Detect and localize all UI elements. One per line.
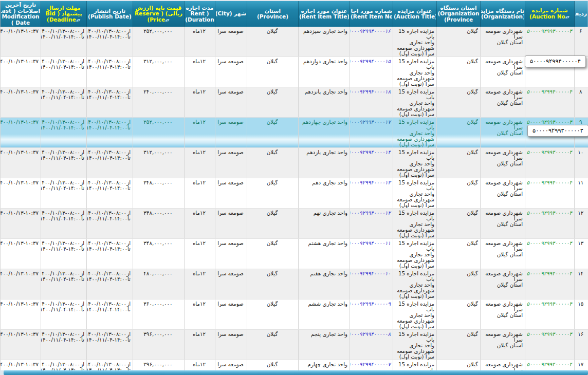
cell-province: گیلان: [247, 299, 299, 330]
cell-price: ۳۴۸,۰۰۰,۰۰۰: [133, 209, 185, 239]
cell-radif: ۱۶: [575, 330, 588, 360]
cell-radif: ۶: [575, 27, 588, 57]
table-row[interactable]: ۱۶۵۰۰۰۰۹۲۹۹۴۰۰۰۰۰۴شهرداری صومعه سرااستان…: [1, 330, 588, 360]
auction-no-link[interactable]: ۵۰۰۰۰۹۲۹۹۴۰۰۰۰۰۴: [527, 331, 573, 337]
cell-last-modification: ۱۴۰۰/۱۰/۱۳-۱۰:۳۷: [1, 87, 41, 118]
cell-province: گیلان: [247, 57, 299, 87]
cell-auction-no: ۵۰۰۰۰۹۲۹۹۴۰۰۰۰۰۴: [525, 330, 575, 360]
cell-province: گیلان: [247, 87, 299, 118]
auction-no-link[interactable]: ۵۰۰۰۰۹۲۹۹۴۰۰۰۰۰۴: [527, 361, 573, 367]
cell-province: گیلان: [247, 330, 299, 360]
rent-item-no-link[interactable]: ۵۱۰۰۰۹۲۹۹۴۰۰۰۰۱۱: [350, 240, 391, 246]
cell-auction-title: مزایده اجاره 15 بابواحد تجاریشهرداری صوم…: [393, 330, 437, 360]
rent-item-no-link[interactable]: ۵۱۰۰۰۹۲۹۹۴۰۰۰۰۱۴: [350, 149, 391, 155]
cell-city: صومعه سرا: [215, 87, 247, 118]
horizontal-scrollbar[interactable]: [0, 370, 588, 375]
cell-bid-deadline: از۱۴۰۰/۱۰/۱۳-۰۸:۰۰تا۱۴۰۰/۱۱/۰۴-۱۴:۰۰: [41, 57, 87, 87]
rent-item-no-link[interactable]: ۵۱۰۰۰۹۲۹۹۴۰۰۰۰۰۷: [350, 361, 391, 367]
cell-radif: ۱۲: [575, 209, 588, 239]
auction-no-link[interactable]: ۵۰۰۰۰۹۲۹۹۴۰۰۰۰۰۴: [527, 119, 573, 125]
column-header-org: نام دستگاه مزایده گزار(Organization): [481, 1, 525, 27]
cell-rent-item-title: واحد تجاری هفتم: [299, 269, 350, 299]
table-header: ردیفشماره مزایده(Auction No▲▼نام دستگاه …: [1, 1, 588, 27]
cell-province: گیلان: [247, 269, 299, 299]
table-row[interactable]: ۱۳۵۰۰۰۰۹۲۹۹۴۰۰۰۰۰۴شهرداری صومعه سرااستان…: [1, 239, 588, 269]
cell-organization: شهرداری صومعه سرااستان گیلان: [481, 209, 525, 239]
scrollbar-thumb[interactable]: [4, 370, 588, 375]
last-modification-value: ۱۴۰۰/۱۰/۱۳-۱۰:۳۷: [1, 210, 39, 216]
rent-item-no-link[interactable]: ۵۱۰۰۰۹۲۹۹۴۰۰۰۰۰۹: [350, 301, 391, 307]
table-row[interactable]: ۱۱۵۰۰۰۰۹۲۹۹۴۰۰۰۰۰۴شهرداری صومعه سرااستان…: [1, 178, 588, 209]
cell-bid-deadline: از۱۴۰۰/۱۰/۱۳-۰۸:۰۰تا۱۴۰۰/۱۱/۰۴-۱۴:۰۰: [41, 148, 87, 178]
auction-no-link[interactable]: ۵۰۰۰۰۹۲۹۹۴۰۰۰۰۰۴: [527, 301, 573, 307]
table-row[interactable]: ۱۴۵۰۰۰۰۹۲۹۹۴۰۰۰۰۰۴شهرداری صومعه سرااستان…: [1, 269, 588, 299]
table-row[interactable]: ۸۵۰۰۰۰۹۲۹۹۴۰۰۰۰۰۴شهرداری صومعه سرااستان …: [1, 87, 588, 118]
cell-auction-title: مزایده اجاره 15 بابواحد تجاریشهرداری صوم…: [393, 27, 437, 57]
cell-radif: ۱۰: [575, 148, 588, 178]
auction-no-link[interactable]: ۵۰۰۰۰۹۲۹۹۴۰۰۰۰۰۴: [527, 149, 573, 155]
table-row[interactable]: ۹۵۰۰۰۰۹۲۹۹۴۰۰۰۰۰۴شهرداری صومعه سرااستان …: [1, 118, 588, 148]
column-header-duration: مدت اجارهRent )(Duration: [185, 1, 215, 27]
auction-no-link[interactable]: ۵۰۰۰۰۹۲۹۹۴۰۰۰۰۰۴: [527, 240, 573, 246]
cell-rent-item-no: ۵۱۰۰۰۹۲۹۹۴۰۰۰۰۱۰: [350, 269, 393, 299]
rent-item-no-link[interactable]: ۵۱۰۰۰۹۲۹۹۴۰۰۰۰۱۵: [350, 58, 391, 64]
auction-no-link[interactable]: ۵۰۰۰۰۹۲۹۹۴۰۰۰۰۰۴: [527, 28, 573, 34]
cell-rent-item-no: ۵۱۰۰۰۹۲۹۹۴۰۰۰۰۱۲: [350, 209, 393, 239]
cell-last-modification: ۱۴۰۰/۱۰/۱۳-۱۰:۳۷: [1, 118, 41, 148]
cell-city: صومعه سرا: [215, 57, 247, 87]
column-header-publish: تاریخ انتشار(Publish Date): [87, 1, 133, 27]
cell-org-province: گیلان: [437, 178, 481, 209]
cell-bid-deadline: از۱۴۰۰/۱۰/۱۳-۰۸:۰۰تا۱۴۰۰/۱۱/۰۴-۱۴:۰۰: [41, 299, 87, 330]
auction-no-link[interactable]: ۵۰۰۰۰۹۲۹۹۴۰۰۰۰۰۴: [527, 88, 573, 95]
table-row[interactable]: ۱۰۵۰۰۰۰۹۲۹۹۴۰۰۰۰۰۴شهرداری صومعه سرااستان…: [1, 148, 588, 178]
cell-duration: ۱۲ماه: [185, 299, 215, 330]
table-row[interactable]: ۱۲۵۰۰۰۰۹۲۹۹۴۰۰۰۰۰۴شهرداری صومعه سرااستان…: [1, 209, 588, 239]
cell-bid-deadline: از۱۴۰۰/۱۰/۱۳-۰۸:۰۰تا۱۴۰۰/۱۱/۰۴-۱۴:۰۰: [41, 239, 87, 269]
cell-org-province: گیلان: [437, 330, 481, 360]
cell-price: ۳۴۸,۰۰۰,۰۰۰: [133, 178, 185, 209]
cell-rent-item-no: ۵۱۰۰۰۹۲۹۹۴۰۰۰۰۱۵: [350, 57, 393, 87]
rent-item-no-link[interactable]: ۵۱۰۰۰۹۲۹۹۴۰۰۰۰۱۸: [350, 88, 391, 95]
rent-item-no-link[interactable]: ۵۱۰۰۰۹۲۹۹۴۰۰۰۰۰۸: [350, 331, 391, 337]
column-header-auction_no[interactable]: شماره مزایده(Auction No▲▼: [525, 1, 575, 27]
table-row[interactable]: ۶۵۰۰۰۰۹۲۹۹۴۰۰۰۰۰۴شهرداری صومعه سرااستان …: [1, 27, 588, 57]
cell-organization: شهرداری صومعه سرااستان گیلان: [481, 148, 525, 178]
cell-org-province: گیلان: [437, 239, 481, 269]
rent-item-no-link[interactable]: ۵۱۰۰۰۹۲۹۹۴۰۰۰۰۱۶: [350, 28, 391, 34]
cell-bid-deadline: از۱۴۰۰/۱۰/۱۳-۰۸:۰۰تا۱۴۰۰/۱۱/۰۴-۱۴:۰۰: [41, 209, 87, 239]
cell-rent-item-title: واحد تجاری دوازدهم: [299, 57, 350, 87]
cell-publish-date: از۱۴۰۰/۱۰/۱۳-۰۸:۰۰تا۱۴۰۰/۱۱/۰۴-۱۴:۰۰: [87, 178, 133, 209]
cell-duration: ۱۲ماه: [185, 148, 215, 178]
cell-price: ۲۵۲,۰۰۰,۰۰۰: [133, 27, 185, 57]
cell-rent-item-title: واحد تجاری دهم: [299, 178, 350, 209]
rent-item-no-link[interactable]: ۵۱۰۰۰۹۲۹۹۴۰۰۰۰۱۰: [350, 270, 391, 276]
table-row[interactable]: ۱۵۵۰۰۰۰۹۲۹۹۴۰۰۰۰۰۴شهرداری صومعه سرااستان…: [1, 299, 588, 330]
cell-rent-item-no: ۵۱۰۰۰۹۲۹۹۴۰۰۰۰۱۸: [350, 87, 393, 118]
cell-publish-date: از۱۴۰۰/۱۰/۱۳-۰۸:۰۰تا۱۴۰۰/۱۱/۰۴-۱۴:۰۰: [87, 330, 133, 360]
cell-city: صومعه سرا: [215, 27, 247, 57]
cell-auction-no: ۵۰۰۰۰۹۲۹۹۴۰۰۰۰۰۴: [525, 148, 575, 178]
auction-no-link[interactable]: ۵۰۰۰۰۹۲۹۹۴۰۰۰۰۰۴: [527, 210, 573, 216]
cell-city: صومعه سرا: [215, 148, 247, 178]
column-header-price[interactable]: قیمت پایه (ارزشریالی) ( Reserve(Price▲▼: [133, 1, 185, 27]
cell-city: صومعه سرا: [215, 299, 247, 330]
cell-rent-item-title: واحد تجاری سیزدهم: [299, 27, 350, 57]
cell-auction-no: ۵۰۰۰۰۹۲۹۹۴۰۰۰۰۰۴: [525, 27, 575, 57]
auction-no-link[interactable]: ۵۰۰۰۰۹۲۹۹۴۰۰۰۰۰۴: [527, 270, 573, 276]
cell-price: ۲۵۲,۰۰۰,۰۰۰: [133, 118, 185, 148]
cell-auction-no: ۵۰۰۰۰۹۲۹۹۴۰۰۰۰۰۴: [525, 239, 575, 269]
table-row[interactable]: ۷۵۰۰۰۰۹۲۹۹۴۰۰۰۰۰۴شهرداری صومعه سرااستان …: [1, 57, 588, 87]
auction-no-link[interactable]: ۵۰۰۰۰۹۲۹۹۴۰۰۰۰۰۴: [527, 179, 573, 185]
rent-item-no-link[interactable]: ۵۱۰۰۰۹۲۹۹۴۰۰۰۰۱۳: [350, 179, 391, 185]
rent-item-no-link[interactable]: ۵۱۰۰۰۹۲۹۹۴۰۰۰۰۱۲: [350, 210, 391, 216]
column-header-deadline[interactable]: مهلت ارسالپیشنهاد ( Bid(Deadline▲▼: [41, 1, 87, 27]
cell-province: گیلان: [247, 239, 299, 269]
cell-city: صومعه سرا: [215, 209, 247, 239]
auction-no-tooltip: ۵۰۰۰۰۹۲۹۹۴۰۰۰۰۰۴: [527, 125, 588, 137]
cell-rent-item-no: ۵۱۰۰۰۹۲۹۹۴۰۰۰۰۱۶: [350, 27, 393, 57]
cell-rent-item-title: واحد تجاری چهاردهم: [299, 118, 350, 148]
rent-item-no-link[interactable]: ۵۱۰۰۰۹۲۹۹۴۰۰۰۰۱۷: [350, 119, 391, 125]
cell-bid-deadline: از۱۴۰۰/۱۰/۱۳-۰۸:۰۰تا۱۴۰۰/۱۱/۰۴-۱۴:۰۰: [41, 178, 87, 209]
cell-publish-date: از۱۴۰۰/۱۰/۱۳-۰۸:۰۰تا۱۴۰۰/۱۱/۰۴-۱۴:۰۰: [87, 299, 133, 330]
column-header-province: استان(Province): [247, 1, 299, 27]
